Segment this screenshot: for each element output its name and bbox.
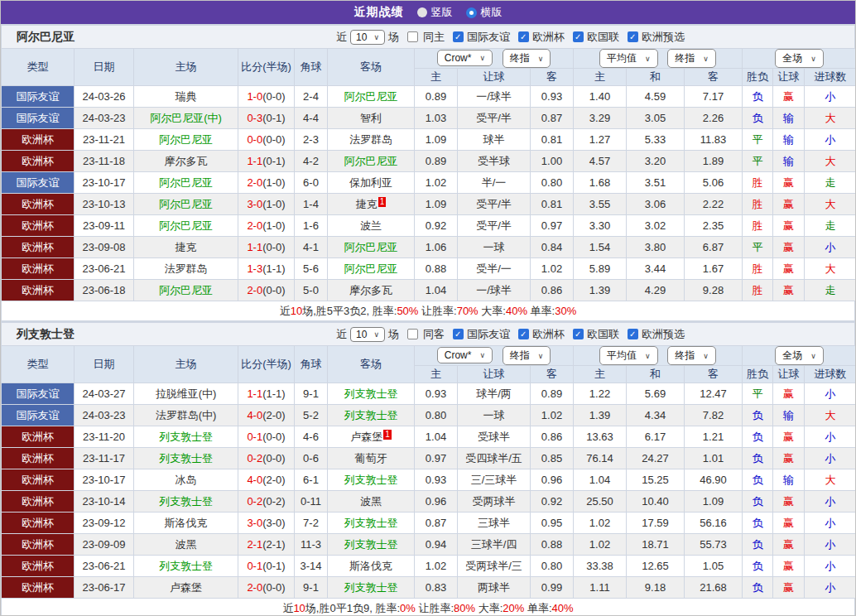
recent-results-panel: 近期战绩 竖版 横版 阿尔巴尼亚 近 10∨ 场 同主 国际友谊 欧洲杯 欧国联… bbox=[0, 0, 856, 616]
match-row: 欧洲杯23-09-11阿尔巴尼亚2-0(1-0)1-6波兰0.92受平/半0.9… bbox=[2, 215, 856, 237]
final-odds-dropdown-2[interactable]: 终指∨ bbox=[667, 346, 716, 365]
home-team: 拉脱维亚(中) bbox=[134, 383, 238, 405]
match-count-select[interactable]: 10∨ bbox=[350, 327, 385, 342]
avg-draw: 4.29 bbox=[627, 280, 685, 301]
odds-home: 0.88 bbox=[415, 258, 458, 280]
result-goals: 小 bbox=[805, 86, 856, 108]
result-handicap: 赢 bbox=[773, 258, 805, 280]
final-odds-dropdown-2[interactable]: 终指∨ bbox=[667, 49, 716, 68]
home-team: 摩尔多瓦 bbox=[134, 151, 238, 172]
result-goals: 小 bbox=[805, 237, 856, 258]
summary-text: 近 bbox=[280, 304, 291, 319]
subcol-away-odds: 客 bbox=[531, 69, 574, 86]
match-row: 国际友谊24-03-26瑞典1-0(0-0)2-4阿尔巴尼亚0.89一/球半0.… bbox=[2, 86, 856, 108]
home-team: 捷克 bbox=[134, 237, 238, 258]
average-dropdown[interactable]: 平均值∨ bbox=[599, 346, 658, 365]
comp-eurocup-checkbox[interactable] bbox=[518, 31, 529, 42]
match-type-badge: 欧洲杯 bbox=[2, 556, 75, 577]
layout-radio-vertical[interactable]: 竖版 bbox=[417, 5, 453, 20]
score: 0-3(0-1) bbox=[238, 108, 295, 129]
result-goals: 走 bbox=[805, 280, 856, 301]
away-team: 列支敦士登 bbox=[328, 513, 415, 534]
home-team: 冰岛 bbox=[134, 469, 238, 491]
match-type-badge: 国际友谊 bbox=[2, 86, 75, 108]
result-wdl: 负 bbox=[743, 426, 773, 448]
team-link: 法罗群岛 bbox=[165, 262, 208, 275]
comp-friendly-checkbox[interactable] bbox=[453, 31, 464, 42]
average-dropdowns: 平均值∨ 终指∨ bbox=[574, 49, 743, 69]
avg-draw: 3.51 bbox=[627, 172, 685, 194]
corner-score: 3-14 bbox=[295, 556, 328, 577]
same-venue-label: 同主 bbox=[423, 30, 445, 45]
avg-home: 3.55 bbox=[574, 194, 627, 215]
comp-euroqual-checkbox[interactable] bbox=[628, 329, 638, 339]
corner-score: 4-2 bbox=[295, 151, 328, 172]
avg-draw: 9.18 bbox=[627, 577, 685, 599]
match-count-select[interactable]: 10∨ bbox=[350, 30, 385, 45]
team-link: 列支敦士登 bbox=[344, 387, 398, 400]
radio-selected-icon bbox=[466, 7, 477, 18]
summary-text: 让胜率: bbox=[416, 601, 454, 616]
final-odds-dropdown[interactable]: 终指∨ bbox=[503, 346, 551, 365]
scope-dropdown[interactable]: 全场∨ bbox=[775, 49, 824, 68]
same-venue-checkbox[interactable] bbox=[407, 31, 418, 42]
scope-dropdown[interactable]: 全场∨ bbox=[775, 346, 824, 365]
match-date: 23-10-13 bbox=[75, 194, 134, 215]
average-dropdown[interactable]: 平均值∨ bbox=[599, 49, 658, 68]
home-team: 阿尔巴尼亚 bbox=[134, 129, 238, 151]
layout-radio-horizontal[interactable]: 横版 bbox=[466, 5, 503, 20]
result-handicap: 赢 bbox=[773, 448, 805, 469]
col-type: 类型 bbox=[2, 49, 75, 86]
avg-away: 11.83 bbox=[685, 129, 743, 151]
results-table: 类型 日期 主场 比分(半场) 角球 客场 Crow*∨ 终指∨ 平均值∨ 终指… bbox=[1, 48, 855, 301]
match-type-badge: 欧洲杯 bbox=[2, 469, 75, 491]
summary-text: 场,胜0平1负9, 胜率: bbox=[305, 601, 400, 616]
comp-nationsleague-checkbox[interactable] bbox=[573, 329, 584, 339]
odds-away: 0.80 bbox=[531, 172, 574, 194]
bookmaker-dropdown[interactable]: Crow*∨ bbox=[437, 50, 493, 66]
summary-text: 70% bbox=[457, 305, 478, 317]
result-goals: 小 bbox=[805, 577, 856, 599]
team-link: 阿尔巴尼亚 bbox=[159, 284, 213, 296]
match-row: 欧洲杯23-11-21阿尔巴尼亚0-0(0-0)2-3法罗群岛1.09球半0.8… bbox=[2, 129, 856, 151]
avg-home: 4.57 bbox=[574, 151, 627, 172]
avg-away: 2.22 bbox=[685, 194, 743, 215]
handicap-dropdowns: Crow*∨ 终指∨ bbox=[415, 346, 574, 366]
handicap-line: 球半 bbox=[458, 129, 531, 151]
avg-draw: 4.34 bbox=[627, 405, 685, 426]
subcol-avg-draw: 和 bbox=[627, 69, 685, 86]
odds-away: 1.02 bbox=[531, 405, 574, 426]
odds-away: 0.81 bbox=[531, 129, 574, 151]
comp-eurocup-checkbox[interactable] bbox=[518, 329, 529, 339]
summary-text: 10 bbox=[291, 305, 302, 317]
final-odds-dropdown[interactable]: 终指∨ bbox=[503, 49, 551, 68]
team-link: 列支敦士登 bbox=[344, 538, 398, 551]
avg-home: 1.04 bbox=[574, 469, 627, 491]
subcol-wdl: 胜负 bbox=[743, 366, 773, 383]
subcol-handicap: 让球 bbox=[458, 69, 531, 86]
col-type: 类型 bbox=[2, 346, 75, 383]
team-link: 斯洛伐克 bbox=[349, 560, 392, 572]
score: 2-0(1-0) bbox=[238, 172, 295, 194]
handicap-line: 受平/半 bbox=[458, 108, 531, 129]
comp-friendly-checkbox[interactable] bbox=[453, 329, 464, 339]
same-venue-checkbox[interactable] bbox=[407, 329, 418, 339]
handicap-line: 两球半 bbox=[458, 577, 531, 599]
team-link: 阿尔巴尼亚 bbox=[159, 219, 213, 232]
comp-eurocup-label: 欧洲杯 bbox=[532, 327, 565, 342]
home-team: 法罗群岛(中) bbox=[134, 405, 238, 426]
handicap-line: 一球 bbox=[458, 237, 531, 258]
team-link: 阿尔巴尼亚 bbox=[344, 90, 398, 103]
bookmaker-dropdown[interactable]: Crow*∨ bbox=[437, 347, 493, 363]
odds-away: 0.95 bbox=[531, 513, 574, 534]
result-wdl: 负 bbox=[743, 491, 773, 513]
result-wdl: 负 bbox=[743, 469, 773, 491]
avg-home: 3.30 bbox=[574, 215, 627, 237]
layout-radio-vertical-label: 竖版 bbox=[431, 5, 453, 20]
home-team: 阿尔巴尼亚(中) bbox=[134, 108, 238, 129]
odds-away: 0.89 bbox=[531, 383, 574, 405]
comp-nationsleague-checkbox[interactable] bbox=[573, 31, 584, 42]
col-date: 日期 bbox=[75, 346, 134, 383]
score: 0-0(0-0) bbox=[238, 129, 295, 151]
comp-euroqual-checkbox[interactable] bbox=[628, 31, 638, 42]
